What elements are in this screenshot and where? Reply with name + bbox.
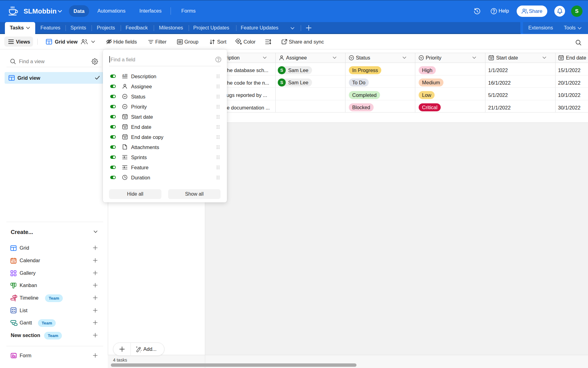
svg-text:A: A xyxy=(122,74,124,77)
svg-text:31: 31 xyxy=(124,116,126,119)
svg-text:31: 31 xyxy=(12,260,15,263)
svg-text:31: 31 xyxy=(490,57,493,60)
svg-text:31: 31 xyxy=(124,126,126,129)
svg-text:31: 31 xyxy=(124,136,126,139)
svg-text:31: 31 xyxy=(560,57,563,60)
